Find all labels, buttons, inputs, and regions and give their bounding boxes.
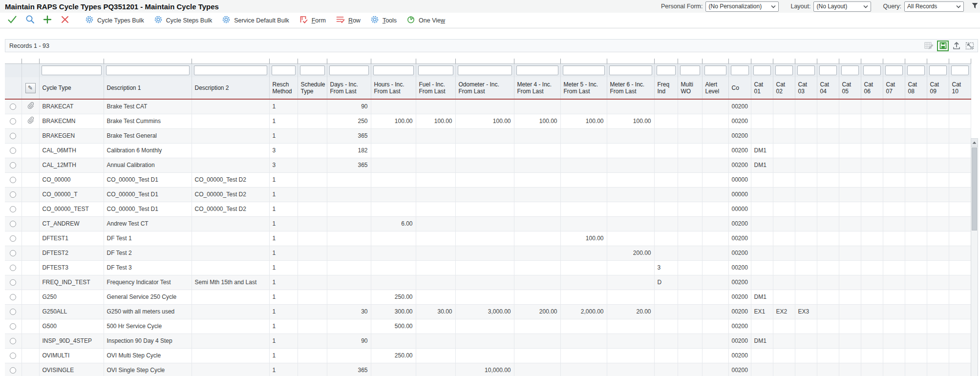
service-default-bulk-button[interactable]: Service Default Bulk [222, 15, 289, 26]
column-header-odometer-inc-from-last[interactable]: Odometer - Inc. From Last [455, 77, 514, 99]
filter-input-days-inc-from-last[interactable] [329, 65, 369, 75]
cycle-types-bulk-button[interactable]: Cycle Types Bulk [85, 15, 144, 26]
ok-button[interactable] [5, 14, 20, 27]
row-select-radio[interactable] [10, 162, 16, 168]
column-header-cat-10[interactable]: Cat 10 [949, 77, 971, 99]
filter-input-fuel-inc-from-last[interactable] [418, 65, 453, 75]
column-header-multi-wo[interactable]: Multi WO [678, 77, 702, 99]
cycle-steps-bulk-button[interactable]: Cycle Steps Bulk [154, 15, 212, 26]
filter-input-resch-method[interactable] [272, 65, 296, 75]
row-select-radio[interactable] [10, 309, 16, 315]
filter-input-co[interactable] [731, 65, 749, 75]
grid-cell [514, 143, 560, 158]
filter-input-meter-4-inc-from-last[interactable] [516, 65, 558, 75]
row-select-radio[interactable] [10, 294, 16, 300]
column-header-meter-5-inc-from-last[interactable]: Meter 5 - Inc. From Last [560, 77, 607, 99]
filter-input-cat-03[interactable] [797, 65, 815, 75]
column-header-description-1[interactable]: Description 1 [104, 77, 192, 99]
row-select-radio[interactable] [10, 147, 16, 154]
one-view-menu[interactable]: One View [406, 15, 445, 26]
row-select-radio[interactable] [10, 353, 16, 359]
column-header-meter-4-inc-from-last[interactable]: Meter 4 - Inc. From Last [514, 77, 560, 99]
filter-input-cat-08[interactable] [907, 65, 925, 75]
row-menu[interactable]: Row [336, 15, 361, 26]
filter-input-odometer-inc-from-last[interactable] [458, 65, 512, 75]
expand-grid-icon[interactable] [964, 41, 975, 51]
row-select-radio[interactable] [10, 235, 16, 242]
filter-input-description-2[interactable] [194, 65, 267, 75]
column-header-cat-01[interactable]: Cat 01 [751, 77, 773, 99]
excel-export-icon[interactable] [937, 41, 949, 51]
column-header-cat-06[interactable]: Cat 06 [861, 77, 883, 99]
column-header-hours-inc-from-last[interactable]: Hours - Inc. From Last [371, 77, 416, 99]
column-header-alert-level[interactable]: Alert Level [702, 77, 728, 99]
column-header-fuel-inc-from-last[interactable]: Fuel - Inc. From Last [416, 77, 455, 99]
row-select-radio[interactable] [10, 338, 16, 344]
row-select-radio[interactable] [10, 133, 16, 139]
query-select[interactable]: All Records [904, 1, 964, 12]
column-header-days-inc-from-last[interactable]: Days - Inc. From Last [327, 77, 371, 99]
attachment-column-icon[interactable]: ✎ [25, 83, 36, 93]
filter-input-cat-02[interactable] [775, 65, 793, 75]
grid-cell [192, 158, 269, 172]
filter-input-cat-01[interactable] [753, 65, 771, 75]
grid-cell [654, 202, 678, 216]
column-header-cat-07[interactable]: Cat 07 [883, 77, 905, 99]
row-select-radio[interactable] [10, 367, 16, 374]
personal-form-select[interactable]: (No Personalization) [705, 1, 779, 12]
add-button[interactable] [40, 14, 55, 27]
form-menu[interactable]: Form [299, 15, 326, 26]
filter-input-description-1[interactable] [106, 65, 190, 75]
column-header-cycle-type[interactable]: Cycle Type [39, 77, 104, 99]
attachment-icon[interactable] [27, 104, 34, 111]
column-header-cat-04[interactable]: Cat 04 [817, 77, 839, 99]
export-icon[interactable] [951, 41, 962, 51]
column-header-cat-03[interactable]: Cat 03 [795, 77, 817, 99]
column-header-cat-09[interactable]: Cat 09 [927, 77, 949, 99]
scrollbar-thumb[interactable] [972, 147, 977, 230]
filter-input-alert-level[interactable] [704, 65, 726, 75]
filter-input-cat-05[interactable] [841, 65, 859, 75]
column-header-cat-08[interactable]: Cat 08 [905, 77, 927, 99]
column-header-co[interactable]: Co [728, 77, 751, 99]
filter-input-cat-09[interactable] [929, 65, 947, 75]
find-button[interactable] [22, 14, 37, 27]
scroll-up-icon[interactable] [971, 139, 978, 146]
column-header-freq-ind[interactable]: Freq Ind [654, 77, 678, 99]
tools-menu[interactable]: Tools [370, 15, 397, 26]
row-select-radio[interactable] [10, 279, 16, 286]
row-select-radio[interactable] [10, 104, 16, 110]
vertical-scrollbar[interactable] [971, 138, 978, 376]
row-select-radio[interactable] [10, 177, 16, 183]
filter-input-cat-10[interactable] [951, 65, 969, 75]
filter-input-schedule-type[interactable] [300, 65, 325, 75]
row-select-radio[interactable] [10, 265, 16, 271]
row-select-radio[interactable] [10, 250, 16, 256]
filter-input-freq-ind[interactable] [657, 65, 676, 75]
filter-input-cat-07[interactable] [885, 65, 903, 75]
column-header-cat-05[interactable]: Cat 05 [839, 77, 861, 99]
filter-input-cat-06[interactable] [863, 65, 881, 75]
grid-cell: 20.00 [607, 304, 654, 319]
row-select-radio[interactable] [10, 191, 16, 198]
filter-input-multi-wo[interactable] [680, 65, 700, 75]
delete-button[interactable] [58, 14, 72, 27]
row-select-radio[interactable] [10, 206, 16, 212]
filter-input-cat-04[interactable] [819, 65, 837, 75]
row-select-radio[interactable] [10, 221, 16, 227]
filter-input-meter-5-inc-from-last[interactable] [563, 65, 605, 75]
column-header-schedule-type[interactable]: Schedule Type [298, 77, 327, 99]
filter-input-meter-6-inc-from-last[interactable] [609, 65, 652, 75]
advanced-query-funnel-icon[interactable] [972, 2, 978, 11]
attachment-icon[interactable] [27, 119, 34, 125]
row-select-radio[interactable] [10, 323, 16, 330]
filter-input-cycle-type[interactable] [42, 65, 102, 75]
row-select-radio[interactable] [10, 118, 16, 125]
layout-select[interactable]: (No Layout) [813, 1, 871, 12]
grid-cell [773, 290, 795, 304]
column-header-resch-method[interactable]: Resch Method [269, 77, 298, 99]
column-header-description-2[interactable]: Description 2 [192, 77, 269, 99]
column-header-meter-6-inc-from-last[interactable]: Meter 6 - Inc. From Last [607, 77, 654, 99]
column-header-cat-02[interactable]: Cat 02 [773, 77, 795, 99]
filter-input-hours-inc-from-last[interactable] [373, 65, 414, 75]
